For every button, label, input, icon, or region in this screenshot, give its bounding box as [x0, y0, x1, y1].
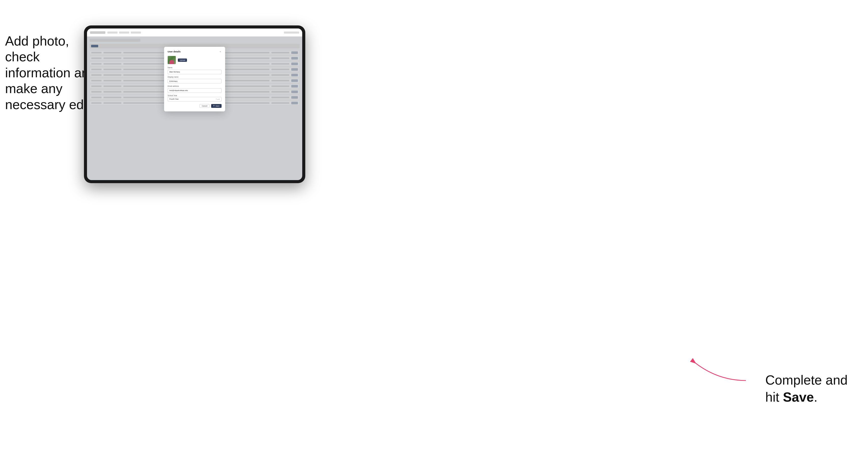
- app-main: User details × Upload Name: [87, 37, 302, 180]
- user-details-modal: User details × Upload Name: [164, 47, 225, 112]
- nav-item-1: [107, 32, 118, 34]
- app-header: [87, 29, 302, 37]
- app-nav: [107, 32, 282, 34]
- email-input[interactable]: [168, 88, 222, 93]
- header-user: [284, 32, 299, 34]
- save-button[interactable]: ⬆ Save: [211, 104, 222, 108]
- nav-item-2: [119, 32, 129, 34]
- cancel-button[interactable]: Cancel: [199, 104, 210, 108]
- school-year-value: Fourth Year: [169, 98, 216, 100]
- photo-upload-row: Upload: [168, 56, 222, 64]
- school-year-select[interactable]: Fourth Year × ▲▼: [168, 97, 222, 101]
- upload-button[interactable]: Upload: [178, 59, 187, 62]
- arrow-right: [687, 352, 751, 383]
- school-year-label: School Year: [168, 95, 222, 96]
- save-label: Save: [215, 105, 220, 107]
- modal-footer: Cancel ⬆ Save: [168, 104, 222, 108]
- chevron-down-icon: ▲▼: [217, 98, 220, 100]
- tablet-screen: User details × Upload Name: [87, 29, 302, 180]
- nav-item-3: [131, 32, 141, 34]
- app-logo: [90, 31, 105, 34]
- close-button[interactable]: ×: [219, 50, 222, 53]
- save-icon: ⬆: [213, 105, 215, 107]
- name-label: Name: [168, 67, 222, 68]
- user-avatar: [168, 56, 176, 64]
- email-field-group: Email address: [168, 85, 222, 93]
- annotation-right: Complete and hit Save.: [765, 372, 848, 406]
- modal-overlay: User details × Upload Name: [87, 37, 302, 180]
- select-clear-icon[interactable]: ×: [216, 98, 217, 100]
- email-label: Email address: [168, 85, 222, 87]
- display-name-field-group: Display name: [168, 76, 222, 84]
- display-name-label: Display name: [168, 76, 222, 78]
- display-name-input[interactable]: [168, 79, 222, 84]
- modal-header: User details ×: [168, 50, 222, 53]
- name-input[interactable]: [168, 70, 222, 74]
- app-content: User details × Upload Name: [87, 37, 302, 180]
- tablet-device: User details × Upload Name: [84, 25, 305, 183]
- modal-title: User details: [168, 50, 181, 53]
- school-year-field-group: School Year Fourth Year × ▲▼: [168, 95, 222, 101]
- name-field-group: Name: [168, 67, 222, 74]
